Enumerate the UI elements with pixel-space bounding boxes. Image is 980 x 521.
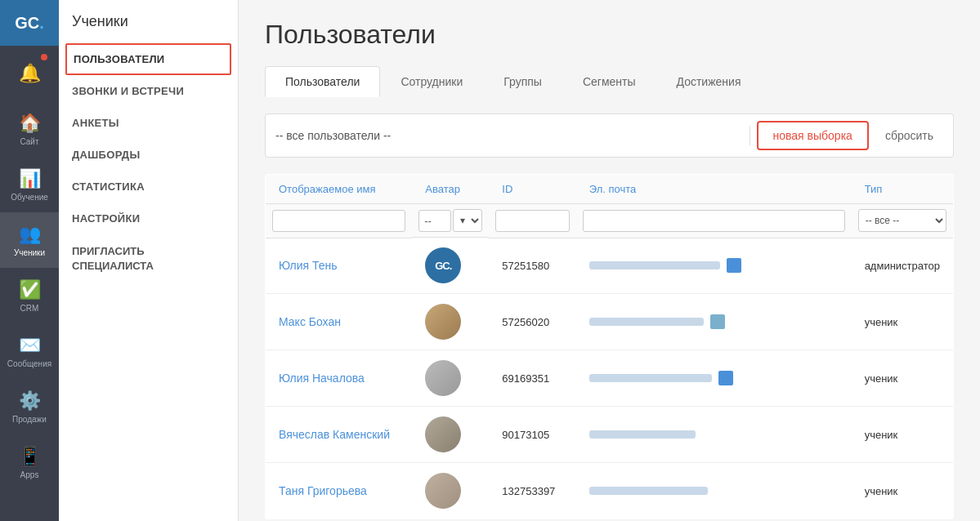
filter-divider [750,126,750,145]
sales-icon: ⚙️ [19,390,41,412]
email-indicator [727,258,741,273]
col-name[interactable]: Отображаемое имя [266,175,413,204]
user-id: 90173105 [489,407,576,463]
email-cell [589,371,839,385]
inner-sidebar: Ученики ПОЛЬЗОВАТЕЛИ ЗВОНКИ И ВСТРЕЧИ АН… [59,0,239,521]
tab-employees[interactable]: Сотрудники [380,66,483,97]
user-link[interactable]: Юлия Началова [279,372,365,385]
inner-nav-users[interactable]: ПОЛЬЗОВАТЕЛИ [65,43,231,75]
sidebar-item-apps[interactable]: 📱 Apps [0,434,59,490]
inner-sidebar-title: Ученики [59,13,238,43]
table-row: Юлия Началова 69169351 ученик [266,350,954,407]
user-link[interactable]: Юлия Тень [279,259,338,272]
user-type: ученик [852,407,954,463]
sidebar-item-label: Ученики [14,248,45,257]
learning-icon: 📊 [19,168,41,189]
crm-icon: ✅ [19,279,41,301]
logo[interactable]: GC. [0,0,59,46]
main-sidebar: GC. 🔔 🏠 Сайт 📊 Обучение 👥 Ученики ✅ CRM … [0,0,59,521]
type-filter-select[interactable]: -- все -- [858,209,946,232]
main-content: Пользователи Пользователи Сотрудники Гру… [239,0,980,521]
email-filter-input[interactable] [583,210,845,232]
tabs-bar: Пользователи Сотрудники Группы Сегменты … [265,66,954,97]
user-link[interactable]: Вячеслав Каменский [279,428,390,441]
id-filter-input[interactable] [495,210,570,232]
users-table: Отображаемое имя Аватар ID Эл. почта Тип… [265,174,954,519]
email-cell [589,430,839,439]
col-type[interactable]: Тип [852,175,954,204]
filter-row: ▾ -- все -- [266,204,954,238]
user-type: ученик [852,463,954,519]
user-type: ученик [852,350,954,407]
user-type: ученик [852,294,954,350]
email-cell [589,258,839,273]
sidebar-item-crm[interactable]: ✅ CRM [0,268,59,323]
students-icon: 👥 [19,224,41,245]
col-id[interactable]: ID [489,175,576,204]
sidebar-item-label: Сайт [20,137,38,146]
sidebar-item-label: Apps [20,470,39,479]
avatar [425,473,461,509]
col-email[interactable]: Эл. почта [576,175,852,204]
avatar: GC. [425,247,461,283]
email-bar [589,318,704,326]
user-filter-select[interactable]: -- все пользователи -- [275,129,743,142]
reset-button[interactable]: сбросить [875,122,943,149]
email-bar [589,430,696,439]
sidebar-item-label: Продажи [12,415,47,424]
inner-nav-settings[interactable]: НАСТРОЙКИ [59,203,238,234]
inner-nav-invite[interactable]: ПРИГЛАСИТЬ СПЕЦИАЛИСТА [59,234,238,283]
page-title: Пользователи [265,20,954,50]
inner-nav-dashboards[interactable]: ДАШБОРДЫ [59,139,238,171]
sidebar-item-notification[interactable]: 🔔 [0,46,59,101]
inner-nav-statistics[interactable]: СТАТИСТИКА [59,171,238,203]
tab-users[interactable]: Пользователи [265,66,380,97]
sidebar-item-label: CRM [20,304,39,313]
inner-nav-surveys[interactable]: АНКЕТЫ [59,107,238,139]
email-bar [589,487,708,495]
messages-icon: ✉️ [19,335,41,356]
sidebar-item-site[interactable]: 🏠 Сайт [0,101,59,157]
table-row: Таня Григорьева 132753397 ученик [266,463,954,519]
email-bar [589,374,712,382]
user-type: администратор [852,238,954,294]
email-bar [589,261,720,269]
sidebar-item-students[interactable]: 👥 Ученики [0,212,59,268]
user-id: 132753397 [489,463,576,519]
user-id: 57256020 [489,294,576,350]
avatar [425,304,461,340]
sidebar-item-label: Обучение [11,193,48,202]
apps-icon: 📱 [19,446,41,467]
tab-achievements[interactable]: Достижения [656,66,762,97]
avatar [425,416,461,452]
avatar [425,360,461,396]
site-icon: 🏠 [19,113,41,134]
email-cell [589,314,839,329]
avatar-filter-select[interactable]: ▾ [453,209,482,232]
email-indicator [710,314,725,329]
user-id: 69169351 [489,350,576,407]
sidebar-item-sales[interactable]: ⚙️ Продажи [0,379,59,434]
user-link[interactable]: Макс Бохан [279,315,341,328]
avatar-filter-input[interactable] [418,210,451,232]
notification-icon: 🔔 [19,63,41,84]
table-row: Макс Бохан 57256020 ученик [266,294,954,350]
tab-groups[interactable]: Группы [483,66,562,97]
name-filter-input[interactable] [272,210,405,232]
user-id: 57251580 [489,238,576,294]
tab-segments[interactable]: Сегменты [562,66,656,97]
table-row: Вячеслав Каменский 90173105 ученик [266,407,954,463]
sidebar-item-messages[interactable]: ✉️ Сообщения [0,323,59,379]
inner-nav-calls[interactable]: ЗВОНКИ И ВСТРЕЧИ [59,75,238,107]
sidebar-item-label: Сообщения [7,359,51,368]
sidebar-item-learning[interactable]: 📊 Обучение [0,157,59,212]
email-cell [589,487,839,495]
col-avatar: Аватар [412,175,489,204]
user-link[interactable]: Таня Григорьева [279,484,367,497]
table-row: Юлия Тень GC. 57251580 администратор [266,238,954,294]
email-indicator [718,371,733,385]
new-selection-button[interactable]: новая выборка [757,121,869,150]
filter-bar: -- все пользователи -- новая выборка сбр… [265,114,954,158]
